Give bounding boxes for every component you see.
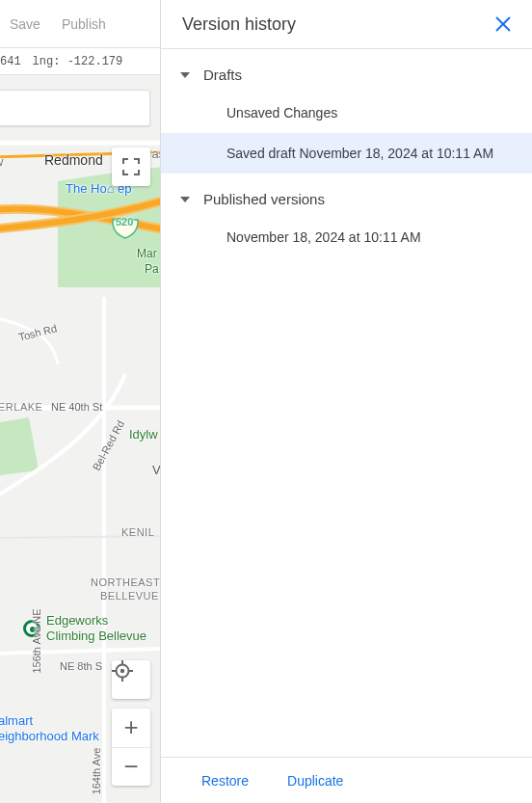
my-location-button[interactable] <box>112 660 150 699</box>
zoom-control: + − <box>112 709 150 786</box>
section-published-label: Published versions <box>203 191 325 207</box>
section-published-header[interactable]: Published versions <box>161 174 532 217</box>
map-poi-marymoor: Mar <box>137 247 157 260</box>
panel-footer: Restore Duplicate <box>161 757 532 803</box>
duplicate-button[interactable]: Duplicate <box>287 773 343 789</box>
lat-value: 641 <box>0 55 21 68</box>
version-history-panel: Version history Drafts Unsaved Changes S… <box>160 0 532 803</box>
map-label-w: w <box>0 154 3 169</box>
svg-point-2 <box>120 669 124 673</box>
coordinates-readout: 641 lng: -122.179 <box>0 48 160 75</box>
map-poi-park: Pa <box>145 262 159 276</box>
chevron-down-icon <box>180 72 190 78</box>
fullscreen-icon <box>122 158 140 175</box>
hwy-520-shield-a: 520 <box>116 216 133 228</box>
lng-label: lng: <box>33 55 61 68</box>
map-label-v: V <box>152 463 160 477</box>
map-road-156ave: 156th Ave NE <box>31 608 42 673</box>
map-city-label: Redmond <box>44 152 103 168</box>
map-road-164ave: 164th Ave <box>91 748 102 795</box>
published-item[interactable]: November 18, 2024 at 10:11 AM <box>161 217 532 257</box>
panel-header: Version history <box>161 0 532 49</box>
close-button[interactable] <box>495 16 511 32</box>
save-button[interactable]: Save <box>10 16 40 32</box>
zoom-out-button[interactable]: − <box>112 748 150 787</box>
map-area-kenil: KENIL <box>121 526 154 538</box>
map-area-overlake: ERLAKE <box>0 401 42 413</box>
map-area-idylwood: Idylw <box>129 427 158 442</box>
panel-title: Version history <box>182 14 296 35</box>
zoom-in-button[interactable]: + <box>112 709 150 748</box>
lng-value: -122.179 <box>67 55 123 68</box>
map-search-box[interactable] <box>0 90 150 126</box>
chevron-down-icon <box>180 197 190 202</box>
map-area-nebellevue-2: BELLEVUE <box>100 590 159 602</box>
draft-item-saved[interactable]: Saved draft November 18, 2024 at 10:11 A… <box>161 133 532 174</box>
section-drafts-label: Drafts <box>203 67 242 83</box>
map-poi-edgeworks-1: Edgeworks <box>46 613 108 628</box>
map-poi-walmart-2: eighborhood Mark <box>0 729 99 743</box>
section-drafts-header[interactable]: Drafts <box>161 49 532 93</box>
map-area-nebellevue-1: NORTHEAST <box>91 576 160 588</box>
crosshair-icon <box>112 660 133 682</box>
fullscreen-button[interactable] <box>112 147 150 186</box>
restore-button[interactable]: Restore <box>201 773 249 789</box>
editor-toolbar: Save Publish <box>0 0 160 48</box>
publish-button[interactable]: Publish <box>62 16 106 32</box>
map-poi-walmart-1: almart <box>0 713 33 728</box>
close-icon <box>495 16 511 32</box>
map-poi-edgeworks-2: Climbing Bellevue <box>46 629 146 643</box>
map-canvas[interactable]: ary Redmond w Cast The Ho⌂ ep 520 Mar Pa… <box>0 75 160 803</box>
panel-body: Drafts Unsaved Changes Saved draft Novem… <box>161 49 532 757</box>
draft-item-unsaved[interactable]: Unsaved Changes <box>161 93 532 133</box>
map-road-ne8: NE 8th S <box>60 660 102 672</box>
map-road-ne40: NE 40th St <box>51 401 102 413</box>
